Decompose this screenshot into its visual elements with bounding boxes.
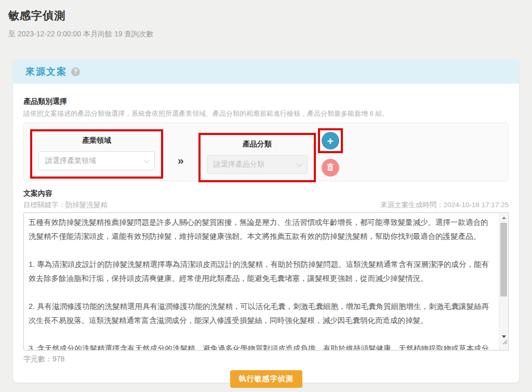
add-category-button[interactable]: + [322, 132, 339, 150]
copy-content-textarea[interactable]: 五種有效防掉髮洗髮精推薦掉髮問題是許多人關心的髮質困擾，無論是壓力、生活習慣或年… [23, 212, 509, 350]
product-select[interactable]: 請選擇產品分類 [207, 155, 308, 174]
generated-time: 來源文案生成時間：2024-10-18 17:17:25 [380, 200, 509, 210]
char-count: 字元數：978 [23, 355, 509, 364]
category-section-label: 產品類別選擇 [23, 97, 509, 106]
resize-grip-icon[interactable] [501, 335, 508, 349]
card-body: 產品類別選擇 請依照文案描述的產品分類做選擇，系統會依照所選產業領域、產品分類的… [13, 84, 519, 388]
scroll-up-icon[interactable] [499, 213, 508, 222]
industry-select[interactable]: 請選擇產業領域 [38, 151, 155, 170]
quota-note: 至 2023-12-22 0:00:00 本月尚餘 19 查詢次數 [8, 30, 153, 39]
annotation-box-product: 產品分類 請選擇產品分類 [198, 133, 316, 182]
target-keyword: 目標關鍵字：防掉髮洗髮精 [23, 200, 108, 210]
annotation-box-add: + [318, 128, 343, 153]
run-detection-button[interactable]: 執行敏感字偵測 [230, 370, 302, 388]
product-label: 產品分類 [243, 140, 272, 149]
help-icon[interactable]: ? [71, 67, 80, 76]
content-section-label: 文案內容 [23, 189, 509, 198]
chevron-down-icon [144, 157, 150, 163]
category-actions: + [318, 128, 343, 177]
category-section-hint: 請依照文案描述的產品分類做選擇，系統會依照所選產業領域、產品分類的相應規範進行檢… [23, 109, 509, 118]
card-header-title: 來源文案 [25, 65, 67, 78]
annotation-box-industry: 產業領域 請選擇產業領域 [30, 129, 163, 179]
trash-icon [326, 163, 334, 173]
page-title: 敏感字偵測 [8, 8, 65, 23]
copy-paragraph: 3. 含天然成分的洗髮精選擇含有天然成分的洗髮精，避免過多化學物質對頭皮造成負擔… [29, 342, 493, 350]
submit-row: 執行敏感字偵測 [23, 370, 509, 388]
content-meta-row: 目標關鍵字：防掉髮洗髮精 來源文案生成時間：2024-10-18 17:17:2… [23, 200, 509, 210]
copy-paragraph: 五種有效防掉髮洗髮精推薦掉髮問題是許多人關心的髮質困擾，無論是壓力、生活習慣或年… [29, 215, 493, 244]
source-copy-card: 來源文案 ? 產品類別選擇 請依照文案描述的產品分類做選擇，系統會依照所選產業領… [13, 60, 519, 383]
chevron-down-icon [296, 160, 302, 166]
page: 敏感字偵測 至 2023-12-22 0:00:00 本月尚餘 19 查詢次數 … [0, 0, 532, 392]
category-panel: 產業領域 請選擇產業領域 » 產品分類 請選擇產品分類 [23, 123, 509, 181]
arrow-separator: » [178, 154, 184, 167]
copy-paragraph: 1. 專為清潔頭皮設計的防掉髮洗髮精選擇專為清潔頭皮而設計的洗髮精，有助於預防掉… [29, 258, 493, 286]
copy-paragraph: 2. 具有滋潤修護功能的洗髮精選用具有滋潤修護功能的洗髮精，可以活化毛囊，刺激毛… [29, 300, 493, 328]
textarea-scrollbar[interactable] [499, 213, 508, 349]
delete-category-button[interactable] [322, 159, 339, 177]
card-header: 來源文案 ? [13, 60, 519, 84]
industry-select-placeholder: 請選擇產業領域 [45, 156, 96, 166]
scrollbar-thumb[interactable] [500, 223, 507, 296]
product-select-placeholder: 請選擇產品分類 [214, 160, 264, 169]
industry-label: 產業領域 [82, 136, 111, 145]
